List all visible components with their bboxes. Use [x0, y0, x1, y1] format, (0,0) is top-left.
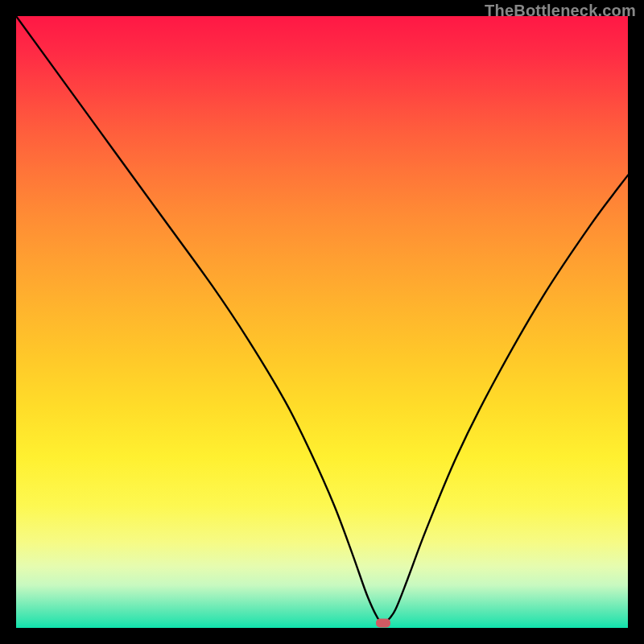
watermark-text: TheBottleneck.com [485, 2, 636, 20]
plot-area [16, 16, 628, 628]
marker-dot [376, 618, 390, 627]
curve-layer [16, 16, 628, 628]
bottleneck-curve [16, 16, 628, 624]
chart-frame: TheBottleneck.com [0, 0, 644, 644]
svg-rect-0 [376, 618, 390, 627]
